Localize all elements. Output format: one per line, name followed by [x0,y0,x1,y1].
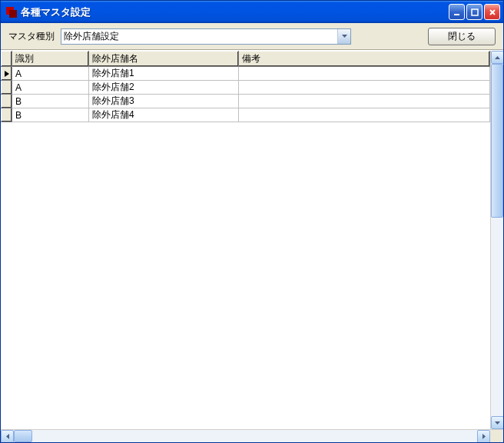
table-row[interactable]: A除外店舗1 [2,67,490,81]
cell-id[interactable]: B [12,95,89,108]
grid-corner [2,52,12,67]
table-row[interactable]: B除外店舗3 [2,95,490,108]
window-title: 各種マスタ設定 [21,5,449,19]
row-indicator[interactable] [2,67,12,81]
current-row-icon [5,71,9,77]
app-icon [5,6,18,18]
close-window-button[interactable] [484,4,500,20]
row-indicator[interactable] [2,81,12,95]
combo-dropdown-button[interactable] [337,29,350,44]
cell-name[interactable]: 除外店舗3 [89,95,239,108]
scroll-down-button[interactable] [491,416,503,429]
combo-selected-value: 除外店舗設定 [64,30,337,43]
col-header-id[interactable]: 識別 [12,52,89,67]
svg-rect-1 [9,10,17,18]
maximize-button[interactable] [466,4,482,20]
scroll-up-button[interactable] [491,51,503,64]
content-area: 識別 除外店舗名 備考 A除外店舗1A除外店舗2B除外店舗3B除外店舗4 [1,50,503,442]
hscroll-track[interactable] [14,430,477,442]
cell-remarks[interactable] [239,95,490,108]
row-indicator[interactable] [2,95,12,108]
scroll-corner [490,430,503,442]
close-button-label: 閉じる [448,30,476,43]
table-row[interactable]: A除外店舗2 [2,81,490,95]
hscroll-thumb[interactable] [14,430,32,442]
svg-rect-3 [472,9,478,15]
data-grid[interactable]: 識別 除外店舗名 備考 A除外店舗1A除外店舗2B除外店舗3B除外店舗4 [1,51,490,429]
cell-remarks[interactable] [239,81,490,95]
cell-name[interactable]: 除外店舗2 [89,81,239,95]
window-buttons [449,4,500,20]
col-header-name[interactable]: 除外店舗名 [89,52,239,67]
cell-remarks[interactable] [239,108,490,122]
row-indicator[interactable] [2,108,12,122]
horizontal-scrollbar[interactable] [1,429,503,442]
cell-name[interactable]: 除外店舗1 [89,67,239,81]
close-button[interactable]: 閉じる [428,28,496,45]
vscroll-thumb[interactable] [491,64,503,218]
vertical-scrollbar[interactable] [490,51,503,429]
minimize-button[interactable] [449,4,465,20]
cell-id[interactable]: B [12,108,89,122]
scroll-right-button[interactable] [477,430,490,442]
cell-remarks[interactable] [239,67,490,81]
scroll-left-button[interactable] [1,430,14,442]
master-type-label: マスタ種別 [8,30,55,43]
cell-name[interactable]: 除外店舗4 [89,108,239,122]
cell-id[interactable]: A [12,67,89,81]
titlebar: 各種マスタ設定 [1,1,503,23]
svg-rect-2 [454,14,459,15]
main-window: 各種マスタ設定 マスタ種別 除外店舗設定 閉じる [0,0,504,443]
master-type-combo[interactable]: 除外店舗設定 [61,28,351,45]
grid-header-row: 識別 除外店舗名 備考 [2,52,490,67]
table-row[interactable]: B除外店舗4 [2,108,490,122]
toolbar: マスタ種別 除外店舗設定 閉じる [1,23,503,50]
col-header-remarks[interactable]: 備考 [239,52,490,67]
vscroll-track[interactable] [491,64,503,416]
cell-id[interactable]: A [12,81,89,95]
